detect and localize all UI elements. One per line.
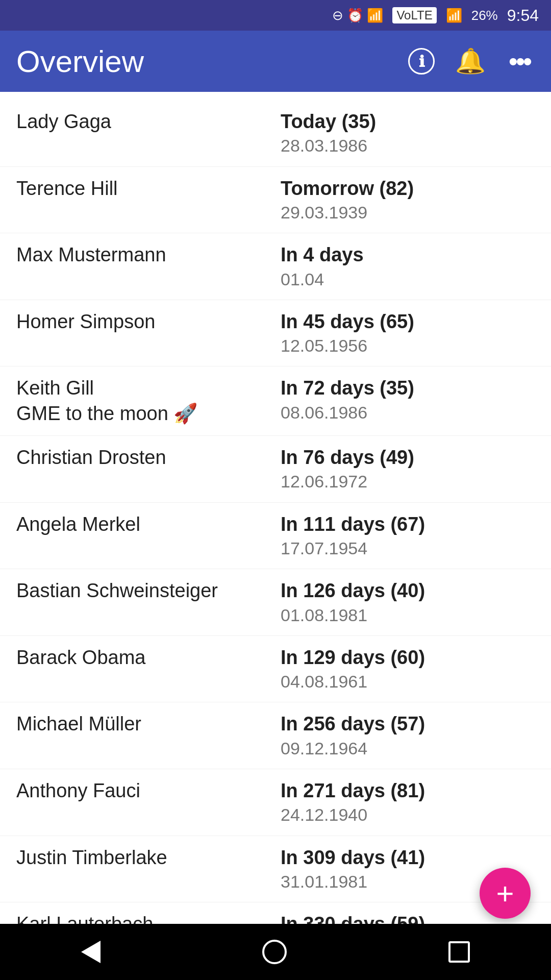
more-button[interactable]: •••: [504, 46, 535, 77]
person-name: Michael Müller: [16, 712, 281, 737]
birthday-info: In 271 days (81)24.12.1940: [281, 778, 535, 826]
status-icons: ⊖ ⏰ 📶: [332, 8, 383, 23]
app-bar-title: Overview: [16, 44, 406, 79]
birthday-info: Today (35)28.03.1986: [281, 109, 535, 157]
person-name: Christian Drosten: [16, 445, 281, 470]
person-name: Homer Simpson: [16, 309, 281, 334]
list-item[interactable]: Keith GillGME to the moon 🚀In 72 days (3…: [0, 366, 551, 436]
list-item[interactable]: Terence HillTomorrow (82)29.03.1939: [0, 167, 551, 234]
list-item[interactable]: Homer SimpsonIn 45 days (65)12.05.1956: [0, 300, 551, 367]
add-fab-button[interactable]: +: [480, 868, 531, 919]
status-battery: 26%: [471, 8, 498, 23]
add-icon: +: [496, 876, 514, 911]
recents-button[interactable]: [448, 941, 470, 963]
back-button[interactable]: [81, 941, 101, 963]
birthday-info: In 111 days (67)17.07.1954: [281, 512, 535, 560]
birthday-date: 12.05.1956: [281, 334, 535, 357]
birthday-status: Tomorrow (82): [281, 176, 535, 201]
person-name: Justin Timberlake: [16, 845, 281, 870]
birthday-date: 08.06.1986: [281, 401, 535, 424]
person-name: Terence Hill: [16, 176, 281, 201]
back-icon: [81, 941, 101, 963]
birthday-info: In 129 days (60)04.08.1961: [281, 645, 535, 693]
birthday-date: 24.12.1940: [281, 803, 535, 826]
notification-button[interactable]: 🔔: [455, 46, 486, 77]
list-item[interactable]: Lady GagaToday (35)28.03.1986: [0, 100, 551, 167]
app-bar: Overview ℹ 🔔 •••: [0, 31, 551, 92]
birthday-status: In 271 days (81): [281, 778, 535, 803]
birthday-date: 28.03.1986: [281, 134, 535, 157]
birthday-date: 01.04: [281, 268, 535, 290]
status-bar: ⊖ ⏰ 📶 VoLTE 📶 26% 9:54: [0, 0, 551, 31]
birthday-date: 12.06.1972: [281, 470, 535, 493]
status-volte: VoLTE: [392, 7, 436, 23]
birthday-date: 01.08.1981: [281, 604, 535, 626]
person-name: Lady Gaga: [16, 109, 281, 134]
person-name: Keith GillGME to the moon 🚀: [16, 376, 281, 426]
person-name: Bastian Schweinsteiger: [16, 578, 281, 603]
more-icon: •••: [509, 46, 531, 77]
info-button[interactable]: ℹ: [406, 46, 437, 77]
home-button[interactable]: [262, 940, 287, 964]
birthday-date: 09.12.1964: [281, 737, 535, 760]
birthday-status: In 256 days (57): [281, 712, 535, 737]
list-item[interactable]: Max MustermannIn 4 days01.04: [0, 233, 551, 300]
birthday-info: In 72 days (35)08.06.1986: [281, 376, 535, 424]
birthday-status: In 72 days (35): [281, 376, 535, 401]
birthday-status: In 129 days (60): [281, 645, 535, 670]
list-item[interactable]: Angela MerkelIn 111 days (67)17.07.1954: [0, 503, 551, 570]
status-signal: 📶: [446, 8, 462, 23]
birthday-info: In 126 days (40)01.08.1981: [281, 578, 535, 626]
person-name: Max Mustermann: [16, 242, 281, 267]
birthday-date: 29.03.1939: [281, 201, 535, 224]
birthday-status: In 45 days (65): [281, 309, 535, 334]
nav-bar: [0, 924, 551, 980]
birthday-info: In 76 days (49)12.06.1972: [281, 445, 535, 493]
list-item[interactable]: Christian DrostenIn 76 days (49)12.06.19…: [0, 436, 551, 503]
birthday-status: In 126 days (40): [281, 578, 535, 603]
birthday-info: In 45 days (65)12.05.1956: [281, 309, 535, 357]
birthday-status: In 309 days (41): [281, 845, 535, 870]
app-bar-actions: ℹ 🔔 •••: [406, 46, 535, 77]
birthday-status: In 76 days (49): [281, 445, 535, 470]
list-item[interactable]: Barack ObamaIn 129 days (60)04.08.1961: [0, 636, 551, 703]
person-name: Angela Merkel: [16, 512, 281, 537]
person-name: Barack Obama: [16, 645, 281, 670]
birthday-date: 04.08.1961: [281, 670, 535, 693]
recents-icon: [448, 941, 470, 963]
home-icon: [262, 940, 287, 964]
list-item[interactable]: Bastian SchweinsteigerIn 126 days (40)01…: [0, 569, 551, 636]
birthday-info: In 4 days01.04: [281, 242, 535, 290]
birthday-status: Today (35): [281, 109, 535, 134]
birthday-info: In 256 days (57)09.12.1964: [281, 712, 535, 760]
person-name: Anthony Fauci: [16, 778, 281, 803]
info-icon: ℹ: [408, 48, 435, 75]
list-item[interactable]: Michael MüllerIn 256 days (57)09.12.1964: [0, 702, 551, 769]
list-item[interactable]: Justin TimberlakeIn 309 days (41)31.01.1…: [0, 836, 551, 903]
list-item[interactable]: Anthony FauciIn 271 days (81)24.12.1940: [0, 769, 551, 836]
birthday-status: In 111 days (67): [281, 512, 535, 537]
persons-list: Lady GagaToday (35)28.03.1986Terence Hil…: [0, 92, 551, 980]
birthday-date: 17.07.1954: [281, 537, 535, 559]
birthday-info: Tomorrow (82)29.03.1939: [281, 176, 535, 224]
birthday-status: In 4 days: [281, 242, 535, 267]
status-time: 9:54: [507, 6, 539, 25]
bell-icon: 🔔: [455, 47, 486, 76]
